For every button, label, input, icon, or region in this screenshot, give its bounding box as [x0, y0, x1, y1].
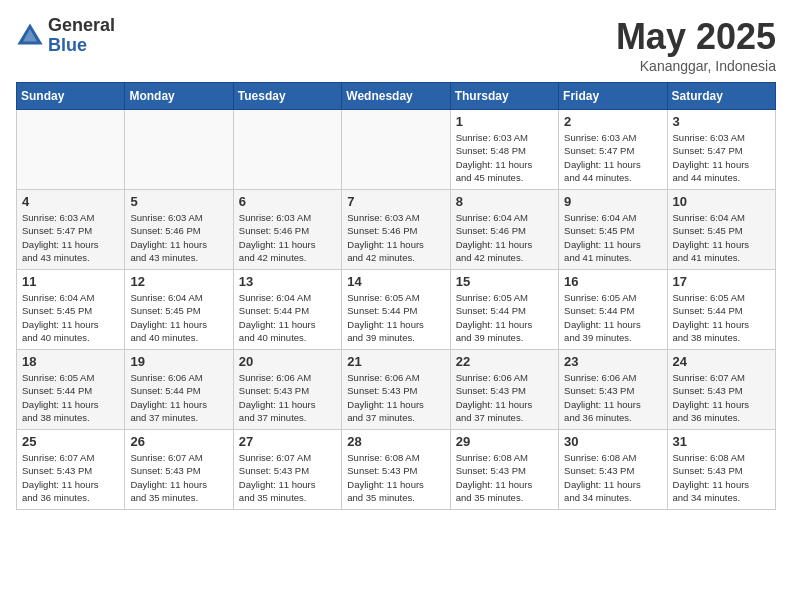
day-info: Sunrise: 6:03 AM Sunset: 5:46 PM Dayligh…: [347, 211, 444, 264]
day-cell-3: 3Sunrise: 6:03 AM Sunset: 5:47 PM Daylig…: [667, 110, 775, 190]
day-number: 13: [239, 274, 336, 289]
week-row-5: 25Sunrise: 6:07 AM Sunset: 5:43 PM Dayli…: [17, 430, 776, 510]
day-number: 18: [22, 354, 119, 369]
day-cell-10: 10Sunrise: 6:04 AM Sunset: 5:45 PM Dayli…: [667, 190, 775, 270]
day-cell-7: 7Sunrise: 6:03 AM Sunset: 5:46 PM Daylig…: [342, 190, 450, 270]
day-number: 30: [564, 434, 661, 449]
day-info: Sunrise: 6:07 AM Sunset: 5:43 PM Dayligh…: [673, 371, 770, 424]
day-number: 22: [456, 354, 553, 369]
day-number: 5: [130, 194, 227, 209]
day-number: 2: [564, 114, 661, 129]
day-cell-4: 4Sunrise: 6:03 AM Sunset: 5:47 PM Daylig…: [17, 190, 125, 270]
day-number: 17: [673, 274, 770, 289]
day-info: Sunrise: 6:06 AM Sunset: 5:43 PM Dayligh…: [456, 371, 553, 424]
day-info: Sunrise: 6:08 AM Sunset: 5:43 PM Dayligh…: [673, 451, 770, 504]
day-cell-26: 26Sunrise: 6:07 AM Sunset: 5:43 PM Dayli…: [125, 430, 233, 510]
day-info: Sunrise: 6:05 AM Sunset: 5:44 PM Dayligh…: [456, 291, 553, 344]
day-number: 1: [456, 114, 553, 129]
day-cell-16: 16Sunrise: 6:05 AM Sunset: 5:44 PM Dayli…: [559, 270, 667, 350]
day-cell-14: 14Sunrise: 6:05 AM Sunset: 5:44 PM Dayli…: [342, 270, 450, 350]
day-info: Sunrise: 6:06 AM Sunset: 5:43 PM Dayligh…: [564, 371, 661, 424]
day-number: 20: [239, 354, 336, 369]
day-info: Sunrise: 6:04 AM Sunset: 5:45 PM Dayligh…: [564, 211, 661, 264]
day-info: Sunrise: 6:08 AM Sunset: 5:43 PM Dayligh…: [564, 451, 661, 504]
day-info: Sunrise: 6:04 AM Sunset: 5:44 PM Dayligh…: [239, 291, 336, 344]
day-cell-31: 31Sunrise: 6:08 AM Sunset: 5:43 PM Dayli…: [667, 430, 775, 510]
day-number: 24: [673, 354, 770, 369]
day-number: 3: [673, 114, 770, 129]
day-info: Sunrise: 6:05 AM Sunset: 5:44 PM Dayligh…: [564, 291, 661, 344]
day-cell-17: 17Sunrise: 6:05 AM Sunset: 5:44 PM Dayli…: [667, 270, 775, 350]
month-year-title: May 2025: [616, 16, 776, 58]
day-cell-6: 6Sunrise: 6:03 AM Sunset: 5:46 PM Daylig…: [233, 190, 341, 270]
day-number: 10: [673, 194, 770, 209]
day-number: 11: [22, 274, 119, 289]
day-info: Sunrise: 6:07 AM Sunset: 5:43 PM Dayligh…: [130, 451, 227, 504]
weekday-header-monday: Monday: [125, 83, 233, 110]
day-cell-29: 29Sunrise: 6:08 AM Sunset: 5:43 PM Dayli…: [450, 430, 558, 510]
day-number: 19: [130, 354, 227, 369]
weekday-header-sunday: Sunday: [17, 83, 125, 110]
day-info: Sunrise: 6:07 AM Sunset: 5:43 PM Dayligh…: [239, 451, 336, 504]
empty-cell: [125, 110, 233, 190]
day-info: Sunrise: 6:04 AM Sunset: 5:46 PM Dayligh…: [456, 211, 553, 264]
day-info: Sunrise: 6:04 AM Sunset: 5:45 PM Dayligh…: [22, 291, 119, 344]
day-cell-12: 12Sunrise: 6:04 AM Sunset: 5:45 PM Dayli…: [125, 270, 233, 350]
day-cell-11: 11Sunrise: 6:04 AM Sunset: 5:45 PM Dayli…: [17, 270, 125, 350]
weekday-header-thursday: Thursday: [450, 83, 558, 110]
week-row-4: 18Sunrise: 6:05 AM Sunset: 5:44 PM Dayli…: [17, 350, 776, 430]
day-cell-22: 22Sunrise: 6:06 AM Sunset: 5:43 PM Dayli…: [450, 350, 558, 430]
day-info: Sunrise: 6:06 AM Sunset: 5:44 PM Dayligh…: [130, 371, 227, 424]
day-cell-19: 19Sunrise: 6:06 AM Sunset: 5:44 PM Dayli…: [125, 350, 233, 430]
empty-cell: [233, 110, 341, 190]
day-number: 21: [347, 354, 444, 369]
day-cell-1: 1Sunrise: 6:03 AM Sunset: 5:48 PM Daylig…: [450, 110, 558, 190]
day-number: 29: [456, 434, 553, 449]
day-cell-28: 28Sunrise: 6:08 AM Sunset: 5:43 PM Dayli…: [342, 430, 450, 510]
location-subtitle: Kananggar, Indonesia: [616, 58, 776, 74]
day-number: 6: [239, 194, 336, 209]
day-number: 12: [130, 274, 227, 289]
week-row-2: 4Sunrise: 6:03 AM Sunset: 5:47 PM Daylig…: [17, 190, 776, 270]
logo-blue-text: Blue: [48, 36, 115, 56]
day-number: 9: [564, 194, 661, 209]
day-info: Sunrise: 6:03 AM Sunset: 5:47 PM Dayligh…: [673, 131, 770, 184]
day-cell-9: 9Sunrise: 6:04 AM Sunset: 5:45 PM Daylig…: [559, 190, 667, 270]
day-cell-23: 23Sunrise: 6:06 AM Sunset: 5:43 PM Dayli…: [559, 350, 667, 430]
day-number: 14: [347, 274, 444, 289]
day-number: 28: [347, 434, 444, 449]
day-cell-30: 30Sunrise: 6:08 AM Sunset: 5:43 PM Dayli…: [559, 430, 667, 510]
day-cell-2: 2Sunrise: 6:03 AM Sunset: 5:47 PM Daylig…: [559, 110, 667, 190]
day-cell-5: 5Sunrise: 6:03 AM Sunset: 5:46 PM Daylig…: [125, 190, 233, 270]
calendar-table: SundayMondayTuesdayWednesdayThursdayFrid…: [16, 82, 776, 510]
day-info: Sunrise: 6:03 AM Sunset: 5:46 PM Dayligh…: [239, 211, 336, 264]
day-info: Sunrise: 6:07 AM Sunset: 5:43 PM Dayligh…: [22, 451, 119, 504]
logo: General Blue: [16, 16, 115, 56]
day-cell-24: 24Sunrise: 6:07 AM Sunset: 5:43 PM Dayli…: [667, 350, 775, 430]
day-cell-21: 21Sunrise: 6:06 AM Sunset: 5:43 PM Dayli…: [342, 350, 450, 430]
day-number: 7: [347, 194, 444, 209]
day-cell-8: 8Sunrise: 6:04 AM Sunset: 5:46 PM Daylig…: [450, 190, 558, 270]
weekday-header-saturday: Saturday: [667, 83, 775, 110]
weekday-header-wednesday: Wednesday: [342, 83, 450, 110]
page-header: General Blue May 2025 Kananggar, Indones…: [16, 16, 776, 74]
weekday-header-row: SundayMondayTuesdayWednesdayThursdayFrid…: [17, 83, 776, 110]
day-cell-20: 20Sunrise: 6:06 AM Sunset: 5:43 PM Dayli…: [233, 350, 341, 430]
day-number: 27: [239, 434, 336, 449]
day-info: Sunrise: 6:04 AM Sunset: 5:45 PM Dayligh…: [673, 211, 770, 264]
day-info: Sunrise: 6:05 AM Sunset: 5:44 PM Dayligh…: [22, 371, 119, 424]
day-info: Sunrise: 6:04 AM Sunset: 5:45 PM Dayligh…: [130, 291, 227, 344]
day-cell-13: 13Sunrise: 6:04 AM Sunset: 5:44 PM Dayli…: [233, 270, 341, 350]
day-info: Sunrise: 6:06 AM Sunset: 5:43 PM Dayligh…: [347, 371, 444, 424]
day-info: Sunrise: 6:06 AM Sunset: 5:43 PM Dayligh…: [239, 371, 336, 424]
empty-cell: [342, 110, 450, 190]
day-number: 23: [564, 354, 661, 369]
logo-general-text: General: [48, 16, 115, 36]
day-info: Sunrise: 6:03 AM Sunset: 5:48 PM Dayligh…: [456, 131, 553, 184]
week-row-1: 1Sunrise: 6:03 AM Sunset: 5:48 PM Daylig…: [17, 110, 776, 190]
day-cell-27: 27Sunrise: 6:07 AM Sunset: 5:43 PM Dayli…: [233, 430, 341, 510]
day-number: 15: [456, 274, 553, 289]
weekday-header-friday: Friday: [559, 83, 667, 110]
title-block: May 2025 Kananggar, Indonesia: [616, 16, 776, 74]
week-row-3: 11Sunrise: 6:04 AM Sunset: 5:45 PM Dayli…: [17, 270, 776, 350]
